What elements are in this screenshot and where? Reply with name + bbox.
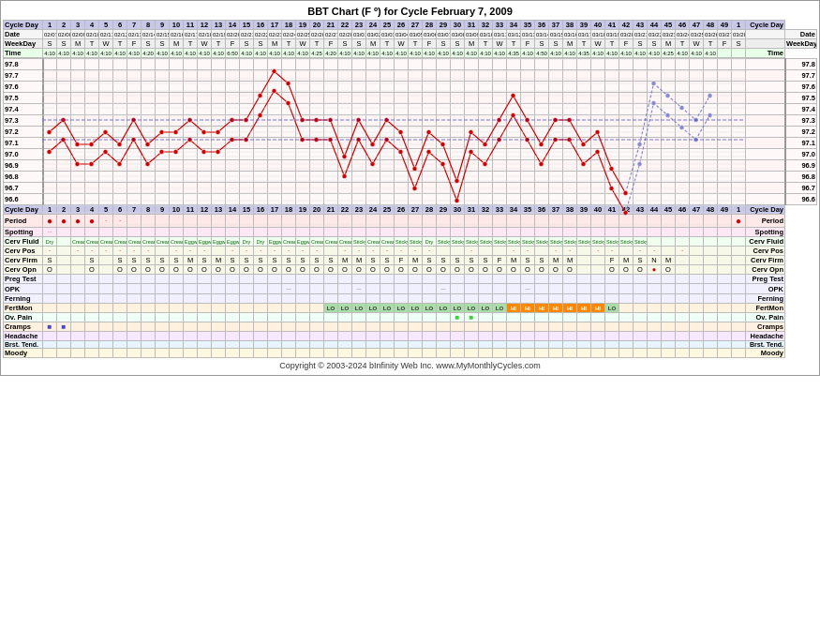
ferning-row: FerningFerning	[4, 294, 817, 304]
cycle-day-cell: 25	[380, 21, 395, 30]
cycle-day-cell: 9	[156, 21, 170, 30]
main-chart: Cycle Day1234567891011121314151617181920…	[3, 20, 817, 358]
cycle-day-cell: 2	[57, 21, 71, 30]
temp-row-97.0: 97.097.0	[4, 149, 817, 160]
cycle-day-cell: 43	[634, 21, 648, 30]
cycle-day-cell: 35	[521, 21, 535, 30]
cycle-day-cell: 38	[563, 21, 577, 30]
headache-row: HeadacheHeadache	[4, 332, 817, 341]
temp-row-97.4: 97.497.4	[4, 104, 817, 115]
temp-row-97.8: 97.897.8	[4, 59, 817, 70]
cycle-day-cell: 46	[676, 21, 690, 30]
cycle-day-label: Cycle Day	[4, 21, 43, 30]
brst-tend-row: Brst. Tend.Brst. Tend.	[4, 341, 817, 349]
cycle-day-cell: 4	[85, 21, 99, 30]
cycle-day-cell: 27	[409, 21, 423, 30]
cycle-day-cell: 1	[43, 21, 57, 30]
period-row: Period●●●●··●Period	[4, 215, 817, 228]
cycle-day-cell: 19	[296, 21, 310, 30]
cycle-day-cell: 17	[268, 21, 282, 30]
cycle-day-cell: 28	[423, 21, 437, 30]
cycle-day-cell: 21	[324, 21, 338, 30]
cycle-day-cell: 15	[240, 21, 254, 30]
temp-row-97.7: 97.797.7	[4, 70, 817, 82]
opk-row: OPK––––OPK	[4, 284, 817, 294]
fertmon-row: FertMonLOLOLOLOLOLOLOLOLOLOLOLOLOHIHIHIH…	[4, 304, 817, 313]
cycle-day-cell: 10	[170, 21, 184, 30]
temp-row-96.8: 96.896.8	[4, 172, 817, 183]
cycle-day-cell: 29	[437, 21, 451, 30]
temp-row-97.2: 97.297.2	[4, 127, 817, 138]
cycle-day-cell: 39	[577, 21, 591, 30]
cramps-row: Cramps■■Cramps	[4, 322, 817, 332]
cycle-day-label-right: Cycle Day	[746, 21, 785, 30]
cycle-day-cell: 3	[71, 21, 85, 30]
temp-graph-row	[4, 58, 817, 59]
cycle-day-cell: 8	[142, 21, 156, 30]
cycle-day-cell: 6	[113, 21, 127, 30]
temp-row-97.5: 97.597.5	[4, 93, 817, 104]
cycle-day-cell: 14	[226, 21, 240, 30]
weekday-row: WeekDaySSMTWTFSSMTWTFSSMTWTFSSMTWTFSSMTW…	[4, 39, 817, 49]
chart-title: BBT Chart (F º) for Cycle February 7, 20…	[3, 3, 817, 20]
cycle-day-cell: 31	[465, 21, 479, 30]
cycle-day-cell: 18	[282, 21, 296, 30]
temp-row-97.3: 97.397.3	[4, 115, 817, 127]
cycle-day-cell: 37	[549, 21, 563, 30]
cycle-day-cell: 13	[212, 21, 226, 30]
cycle-day-cell: 20	[310, 21, 324, 30]
cycle-day-row: Cycle Day1234567891011121314151617181920…	[4, 21, 817, 30]
temp-row-96.6: 96.696.6	[4, 194, 817, 205]
moody-row: MoodyMoody	[4, 349, 817, 358]
cerv-firm-row: Cerv FirmSSSSSSSMSMSSSSSSSSMMSSFMSSSSSFM…	[4, 256, 817, 265]
temp-row-97.6: 97.697.6	[4, 82, 817, 93]
cycle-day-cell: 34	[507, 21, 521, 30]
ov-pain-row: Ov. Pain■■Ov. Pain	[4, 313, 817, 322]
bbt-table: Cycle Day1234567891011121314151617181920…	[3, 20, 817, 358]
cycle-day-row-2: Cycle Day1234567891011121314151617181920…	[4, 205, 817, 215]
cycle-day-cell: 36	[535, 21, 549, 30]
copyright-text: Copyright © 2003-2024 bInfinity Web Inc.…	[3, 358, 817, 373]
cycle-day-cell: 40	[591, 21, 605, 30]
cycle-day-cell: 32	[479, 21, 493, 30]
cycle-day-cell: 47	[690, 21, 704, 30]
cycle-day-cell: 1	[732, 21, 746, 30]
cycle-day-cell: 7	[127, 21, 142, 30]
temp-row-97.1: 97.197.1	[4, 138, 817, 149]
cycle-day-cell: 16	[254, 21, 268, 30]
cycle-day-cell: 12	[198, 21, 212, 30]
cycle-day-cell: 23	[352, 21, 366, 30]
cycle-day-cell: 5	[99, 21, 113, 30]
cycle-day-cell: 44	[648, 21, 662, 30]
time-row: Time4:104:104:104:104:104:104:104:204:10…	[4, 49, 817, 58]
cycle-day-cell: 22	[338, 21, 352, 30]
temp-row-96.7: 96.796.7	[4, 183, 817, 194]
cerv-fluid-row: Cerv FluidDryCreamyCreamyCreamyCreamyCre…	[4, 237, 817, 247]
cycle-day-cell: 11	[184, 21, 198, 30]
cycle-day-cell: 33	[493, 21, 507, 30]
cycle-day-cell: 49	[718, 21, 732, 30]
cycle-day-cell: 26	[395, 21, 409, 30]
cycle-day-cell: 48	[704, 21, 718, 30]
temp-row-96.9: 96.996.9	[4, 160, 817, 172]
cycle-day-cell: 41	[605, 21, 619, 30]
cerv-pos-row: Cerv Pos································…	[4, 247, 817, 256]
cycle-day-cell: 45	[662, 21, 676, 30]
cycle-day-cell: 24	[366, 21, 380, 30]
cycle-day-cell: 30	[451, 21, 465, 30]
cerv-opn-row: Cerv OpnOOOOOOOOOOOOOOOOOOOOOOOOOOOOOOOO…	[4, 265, 817, 275]
date-row: Date02/0702/0802/0902/1002/1102/1202/130…	[4, 30, 817, 39]
chart-container: BBT Chart (F º) for Cycle February 7, 20…	[0, 0, 820, 376]
preg-test-row: Preg TestPreg Test	[4, 275, 817, 284]
cycle-day-cell: 42	[619, 21, 634, 30]
spotting-row: Spotting··Spotting	[4, 228, 817, 237]
